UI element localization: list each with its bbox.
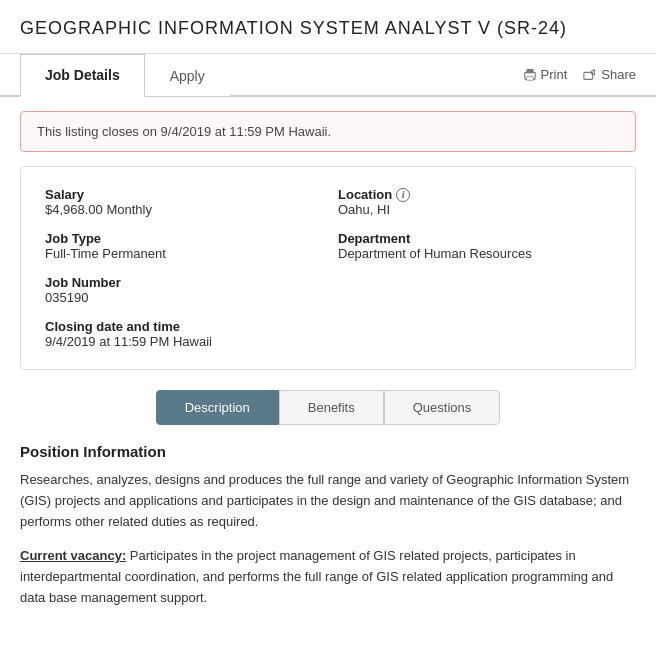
share-label: Share (601, 67, 636, 82)
department-row: Department Department of Human Resources (338, 231, 611, 261)
closing-label: Closing date and time (45, 319, 318, 334)
page-title: GEOGRAPHIC INFORMATION SYSTEM ANALYST V … (0, 0, 656, 54)
salary-label: Salary (45, 187, 318, 202)
location-label-text: Location (338, 187, 392, 202)
location-row: Location i Oahu, HI (338, 187, 611, 217)
current-vacancy-block: Current vacancy: Participates in the pro… (20, 546, 636, 608)
description-body: Researches, analyzes, designs and produc… (20, 470, 636, 532)
closing-row: Closing date and time 9/4/2019 at 11:59 … (45, 319, 318, 349)
tab-apply[interactable]: Apply (145, 55, 230, 96)
job-number-label: Job Number (45, 275, 318, 290)
print-label: Print (541, 67, 568, 82)
job-type-value: Full-Time Permanent (45, 246, 318, 261)
department-label: Department (338, 231, 611, 246)
tab-benefits[interactable]: Benefits (279, 390, 384, 425)
alert-message: This listing closes on 9/4/2019 at 11:59… (37, 124, 331, 139)
description-section: Position Information Researches, analyze… (20, 443, 636, 629)
share-button[interactable]: Share (583, 63, 636, 86)
job-type-row: Job Type Full-Time Permanent (45, 231, 318, 261)
tab-job-details[interactable]: Job Details (20, 54, 145, 97)
location-info-icon[interactable]: i (396, 188, 410, 202)
empty-cell (338, 275, 611, 305)
tab-description[interactable]: Description (156, 390, 279, 425)
share-icon (583, 68, 597, 82)
svg-rect-2 (526, 76, 533, 80)
print-icon (523, 68, 537, 82)
job-type-label: Job Type (45, 231, 318, 246)
job-number-row: Job Number 035190 (45, 275, 318, 305)
description-heading: Position Information (20, 443, 636, 460)
details-grid: Salary $4,968.00 Monthly Location i Oahu… (45, 187, 611, 349)
print-button[interactable]: Print (523, 63, 568, 86)
tab-actions: Print Share (523, 63, 636, 86)
svg-rect-1 (526, 68, 533, 72)
salary-value: $4,968.00 Monthly (45, 202, 318, 217)
job-number-value: 035190 (45, 290, 318, 305)
location-value: Oahu, HI (338, 202, 611, 217)
details-card: Salary $4,968.00 Monthly Location i Oahu… (20, 166, 636, 370)
location-label-row: Location i (338, 187, 611, 202)
primary-tabs-bar: Job Details Apply Print Share (0, 54, 656, 97)
tab-questions[interactable]: Questions (384, 390, 501, 425)
department-value: Department of Human Resources (338, 246, 611, 261)
alert-banner: This listing closes on 9/4/2019 at 11:59… (20, 111, 636, 152)
secondary-tabs: Description Benefits Questions (20, 390, 636, 425)
current-vacancy-label: Current vacancy: (20, 548, 126, 563)
closing-value: 9/4/2019 at 11:59 PM Hawaii (45, 334, 318, 349)
salary-row: Salary $4,968.00 Monthly (45, 187, 318, 217)
